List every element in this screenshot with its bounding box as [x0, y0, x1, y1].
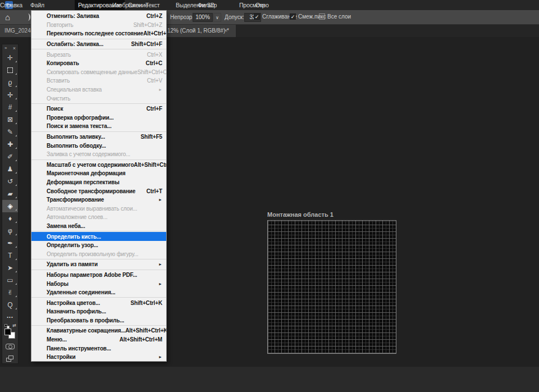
edit-menu-item[interactable]: Панель инструментов...: [31, 344, 166, 353]
rectangular-marquee-tool[interactable]: [2, 64, 18, 76]
checkbox-checked-icon[interactable]: ✓: [290, 13, 296, 20]
edit-menu-item[interactable]: ПоискCtrl+F: [31, 104, 166, 113]
edit-menu-item: Очистить: [31, 94, 166, 103]
edit-menu-item[interactable]: Деформация перспективы: [31, 178, 166, 187]
menu-item-label: Панель инструментов...: [47, 345, 111, 352]
edit-menu-item[interactable]: Преобразовать в профиль...: [31, 316, 166, 325]
menu-item-label: Переключить последнее состояние: [47, 30, 143, 37]
eraser-tool[interactable]: ▰: [2, 188, 18, 200]
move-tool-icon: ✛: [7, 54, 13, 61]
checkbox-checked-icon[interactable]: ✓: [254, 13, 260, 20]
edit-menu-item[interactable]: КопироватьCtrl+C: [31, 59, 166, 68]
menu-item-label: Марионеточная деформация: [47, 170, 125, 176]
pen-tool-icon: ✒: [7, 240, 13, 247]
opacity-label: Непрозр.:: [170, 14, 195, 20]
collapse-panel-icon[interactable]: »: [4, 45, 7, 51]
history-brush-tool[interactable]: ↺: [2, 175, 18, 188]
move-tool[interactable]: ✛: [2, 52, 18, 64]
edit-menu-item[interactable]: Марионеточная деформация: [31, 169, 166, 178]
close-panel-icon[interactable]: ×: [13, 45, 16, 51]
edit-menu-item[interactable]: Масштаб с учетом содержимогоAlt+Shift+Ct…: [31, 161, 166, 170]
magic-wand-tool[interactable]: ✢: [2, 89, 18, 101]
edit-menu-item[interactable]: Отменить: ЗаливкаCtrl+Z: [31, 12, 166, 21]
edit-menu-item[interactable]: Проверка орфографии...: [31, 113, 166, 122]
edit-menu-item[interactable]: Наборы►: [31, 279, 166, 288]
opacity-input[interactable]: 100%: [193, 13, 213, 22]
edit-menu-item[interactable]: Удаленные соединения...: [31, 288, 166, 297]
menubar-item[interactable]: Текст: [145, 0, 159, 10]
menu-item-shortcut: Shift+Ctrl+F: [131, 41, 162, 47]
artboard-label[interactable]: Монтажная область 1: [267, 211, 334, 218]
close-icon[interactable]: ×: [224, 27, 227, 34]
pen-tool[interactable]: ✒: [2, 237, 18, 249]
dodge-tool[interactable]: φ: [2, 225, 18, 237]
edit-menu-item: ВставитьCtrl+V: [31, 76, 166, 85]
crop-tool-icon: #: [8, 104, 12, 111]
checkbox-unchecked-icon[interactable]: [319, 13, 325, 20]
color-swatches[interactable]: ⇄: [2, 323, 18, 340]
paint-bucket-tool-icon: ◈: [7, 203, 12, 209]
edit-menu-item[interactable]: Определить кисть...: [31, 232, 166, 241]
swap-colors-icon[interactable]: ⇄: [12, 323, 16, 328]
mini-foreground-swatch[interactable]: [4, 324, 7, 327]
menubar-item[interactable]: Файл: [30, 0, 44, 10]
menubar-item[interactable]: Окно: [255, 0, 269, 10]
menu-item-label: Поиск и замена текста...: [47, 123, 112, 129]
menu-item-label: Свободное трансформирование: [47, 188, 135, 194]
menubar-item[interactable]: Справка: [0, 0, 22, 10]
edit-menu-item[interactable]: Определить узор...: [31, 241, 166, 250]
lasso-tool[interactable]: ϱ: [2, 76, 18, 89]
clone-stamp-tool[interactable]: ♟: [2, 163, 18, 175]
quick-mask-button[interactable]: [2, 340, 18, 353]
menu-item-label: Наборы параметров Adobe PDF...: [47, 272, 137, 278]
edit-menu-item[interactable]: Трансформирование►: [31, 195, 166, 204]
edit-menu-item[interactable]: Свободное трансформированиеCtrl+T: [31, 186, 166, 195]
edit-menu-item[interactable]: Переключить последнее состояниеAlt+Ctrl+…: [31, 29, 166, 38]
type-tool[interactable]: T: [2, 249, 18, 262]
frame-tool[interactable]: ⊠: [2, 113, 18, 126]
screen-mode-button[interactable]: [2, 353, 18, 365]
edit-menu-item[interactable]: Ослабить: Заливка...Shift+Ctrl+F: [31, 40, 166, 49]
menu-item-shortcut: Shift+Ctrl+K: [130, 300, 162, 306]
checkbox-3[interactable]: Все слои: [319, 13, 351, 20]
rectangle-tool[interactable]: ▭: [2, 274, 18, 286]
edit-menu-item[interactable]: Настройка цветов...Shift+Ctrl+K: [31, 298, 166, 307]
menubar-item[interactable]: 3D: [207, 0, 214, 10]
quick-mask-icon: [6, 344, 15, 349]
edit-menu-item[interactable]: Меню...Alt+Shift+Ctrl+M: [31, 335, 166, 344]
brush-tool[interactable]: ✐: [2, 151, 18, 163]
artboard[interactable]: [267, 220, 396, 354]
active-tool-preview-icon[interactable]: [26, 13, 30, 21]
edit-menu-item[interactable]: Наборы параметров Adobe PDF...: [31, 271, 166, 280]
edit-menu-item[interactable]: Клавиатурные сокращения...Alt+Shift+Ctrl…: [31, 326, 166, 335]
paint-bucket-tool[interactable]: ◈: [2, 200, 18, 212]
edit-menu-item[interactable]: Замена неба...: [31, 222, 166, 231]
menu-item-label: Вырезать: [47, 52, 71, 58]
crop-tool[interactable]: #: [2, 101, 18, 113]
chevron-down-icon[interactable]: ∨: [213, 13, 221, 22]
menu-item-label: Ослабить: Заливка...: [47, 41, 103, 47]
menu-item-shortcut: Alt+Shift+Ctrl+C: [134, 162, 167, 168]
edit-menu-item[interactable]: Назначить профиль...: [31, 307, 166, 316]
path-selection-tool[interactable]: ➤: [2, 262, 18, 274]
type-tool-icon: T: [8, 252, 12, 259]
edit-menu-item[interactable]: Поиск и замена текста...: [31, 122, 166, 131]
zoom-tool[interactable]: Q: [2, 299, 18, 311]
edit-menu-item[interactable]: Выполнить заливку...Shift+F5: [31, 133, 166, 142]
foreground-color-swatch[interactable]: [4, 329, 11, 335]
tools-panel-header: » ×: [2, 44, 18, 52]
window-bottom-strip: [0, 367, 539, 392]
menu-item-label: Выполнить обводку...: [47, 143, 106, 149]
brush-tool-icon: ✐: [7, 153, 13, 160]
healing-brush-tool[interactable]: ✚: [2, 138, 18, 151]
menubar-item[interactable]: Слои: [128, 0, 142, 10]
blur-tool[interactable]: ♦: [2, 212, 18, 225]
home-icon[interactable]: ⌂: [5, 12, 10, 22]
toolbar-options[interactable]: •••: [2, 311, 18, 323]
edit-menu-item[interactable]: Настройки►: [31, 353, 166, 362]
menu-item-label: Определить узор...: [47, 242, 98, 248]
hand-tool[interactable]: ✌: [2, 286, 18, 299]
edit-menu-item[interactable]: Удалить из памяти►: [31, 260, 166, 269]
eyedropper-tool[interactable]: ✎: [2, 126, 18, 138]
edit-menu-item[interactable]: Выполнить обводку...: [31, 141, 166, 150]
